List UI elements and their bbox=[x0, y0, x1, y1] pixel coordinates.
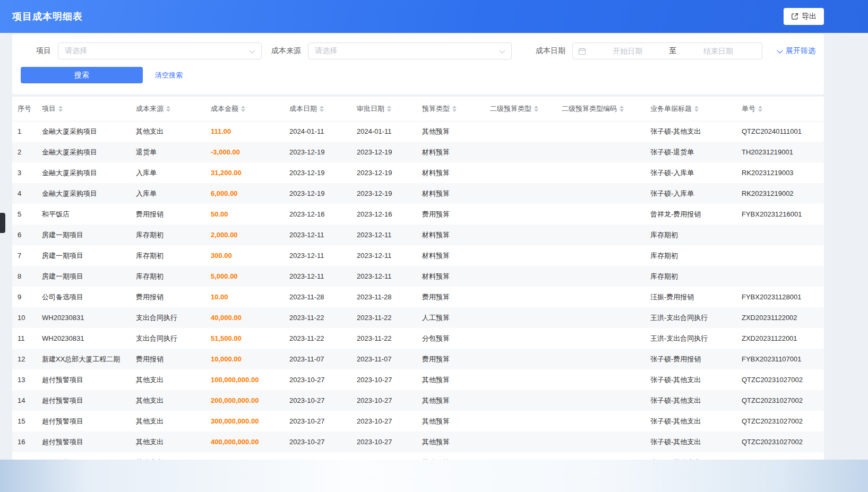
table-row[interactable]: 4金融大厦采购项目入库单6,000.002023-12-192023-12-19… bbox=[12, 183, 824, 204]
cell-source: 费用报销 bbox=[131, 204, 205, 225]
cell-amount: 31,200.00 bbox=[205, 162, 284, 183]
cell-sub_budget_type bbox=[485, 452, 556, 460]
table-row[interactable]: 12新建XX总部大厦工程二期费用报销10,000.002023-11-07202… bbox=[12, 349, 824, 369]
sort-icon[interactable] bbox=[694, 106, 699, 112]
cell-cost_date: 2023-12-16 bbox=[284, 204, 351, 225]
column-header-source[interactable]: 成本来源 bbox=[131, 97, 205, 121]
sort-icon[interactable] bbox=[320, 106, 324, 112]
sort-icon[interactable] bbox=[166, 106, 170, 112]
cost-table: 序号项目成本来源成本金额成本日期审批日期预算类型二级预算类型二级预算类型编码业务… bbox=[12, 97, 824, 460]
cell-doc_no: ZXD20231122001 bbox=[736, 328, 824, 349]
cell-amount: 300,000,000.00 bbox=[205, 411, 284, 431]
sort-icon[interactable] bbox=[387, 106, 391, 112]
column-header-project[interactable]: 项目 bbox=[37, 97, 131, 121]
table-row[interactable]: 11WH20230831支出合同执行51,500.002023-11-22202… bbox=[12, 328, 824, 349]
table-row[interactable]: 10WH20230831支出合同执行40,000.002023-11-22202… bbox=[12, 307, 824, 328]
cell-doc_title: 张子硕-入库单 bbox=[645, 183, 736, 204]
table-row[interactable]: 3金融大厦采购项目入库单31,200.002023-12-192023-12-1… bbox=[12, 162, 824, 183]
export-button-label: 导出 bbox=[802, 12, 817, 21]
cell-source: 费用报销 bbox=[131, 349, 205, 369]
cell-doc_title: 王洪-支出合同执行 bbox=[645, 328, 736, 349]
column-label: 单号 bbox=[742, 105, 755, 113]
sort-icon[interactable] bbox=[758, 106, 762, 112]
cell-approve_date: 2023-11-28 bbox=[351, 287, 417, 307]
cell-cost_date: 2023-12-19 bbox=[284, 142, 351, 162]
sort-icon[interactable] bbox=[620, 106, 624, 112]
cell-doc_no: QTZC20231027002 bbox=[736, 411, 824, 431]
main-content: 项目 请选择 成本来源 请选择 成本日期 bbox=[12, 34, 824, 460]
column-header-sub_budget_type[interactable]: 二级预算类型 bbox=[485, 97, 556, 121]
side-drawer-handle[interactable] bbox=[0, 213, 5, 233]
table-row[interactable]: 8房建一期项目库存期初5,000.002023-12-112023-12-11材… bbox=[12, 266, 824, 287]
end-date-input[interactable] bbox=[680, 47, 757, 55]
table-row[interactable]: 15超付预警项目其他支出300,000,000.002023-10-272023… bbox=[12, 411, 824, 431]
column-label: 二级预算类型编码 bbox=[562, 105, 617, 113]
cost-date-range-picker[interactable]: 至 bbox=[572, 42, 762, 59]
search-button[interactable]: 搜索 bbox=[21, 67, 143, 83]
clear-search-link[interactable]: 清空搜索 bbox=[155, 71, 183, 80]
sort-icon[interactable] bbox=[534, 106, 538, 112]
column-label: 审批日期 bbox=[357, 105, 384, 113]
table-row[interactable]: 14超付预警项目其他支出200,000,000.002023-10-272023… bbox=[12, 390, 824, 411]
cell-doc_title: 张子硕-其他支出 bbox=[645, 411, 736, 431]
cell-source: 其他支出 bbox=[131, 369, 205, 390]
column-label: 业务单据标题 bbox=[650, 105, 692, 113]
table-row[interactable]: 17超付预警项目其他支出500,000,000.002023-10-272023… bbox=[12, 452, 824, 460]
column-label: 成本日期 bbox=[289, 105, 317, 113]
column-header-cost_date[interactable]: 成本日期 bbox=[284, 97, 351, 121]
sort-icon[interactable] bbox=[452, 106, 457, 112]
column-header-doc_title[interactable]: 业务单据标题 bbox=[645, 97, 736, 121]
cell-cost_date: 2023-10-27 bbox=[284, 411, 351, 431]
cell-sub_budget_code bbox=[556, 307, 645, 328]
expand-filter-link[interactable]: 展开筛选 bbox=[778, 46, 815, 56]
cell-sub_budget_code bbox=[556, 411, 645, 431]
cell-source: 退货单 bbox=[131, 142, 205, 162]
table-row[interactable]: 5和平饭店费用报销50.002023-12-162023-12-16费用预算曾祥… bbox=[12, 204, 824, 225]
cell-doc_title: 曾祥龙-费用报销 bbox=[645, 204, 736, 225]
cell-source: 入库单 bbox=[131, 183, 205, 204]
table-row[interactable]: 2金融大厦采购项目退货单-3,000.002023-12-192023-12-1… bbox=[12, 142, 824, 162]
cell-doc_no: TH20231219001 bbox=[736, 142, 824, 162]
column-header-sub_budget_code[interactable]: 二级预算类型编码 bbox=[556, 97, 645, 121]
cell-project: 公司备选项目 bbox=[37, 287, 131, 307]
cost-source-select[interactable]: 请选择 bbox=[308, 42, 512, 59]
project-select[interactable]: 请选择 bbox=[58, 42, 262, 59]
cell-cost_date: 2023-11-28 bbox=[284, 287, 351, 307]
table-row[interactable]: 9公司备选项目费用报销10.002023-11-282023-11-28费用预算… bbox=[12, 287, 824, 307]
cell-doc_title: 张子硕-其他支出 bbox=[645, 390, 736, 411]
cell-approve_date: 2023-12-11 bbox=[351, 245, 417, 266]
cell-amount: 111.00 bbox=[205, 121, 284, 142]
cell-index: 15 bbox=[12, 411, 37, 431]
table-row[interactable]: 7房建一期项目库存期初300.002023-12-112023-12-11材料预… bbox=[12, 245, 824, 266]
column-header-index[interactable]: 序号 bbox=[12, 97, 37, 121]
column-header-amount[interactable]: 成本金额 bbox=[205, 97, 284, 121]
sort-icon[interactable] bbox=[241, 106, 245, 112]
cell-sub_budget_code bbox=[556, 162, 645, 183]
table-row[interactable]: 13超付预警项目其他支出100,000,000.002023-10-272023… bbox=[12, 369, 824, 390]
cell-cost_date: 2023-10-27 bbox=[284, 431, 351, 452]
sort-icon[interactable] bbox=[58, 106, 63, 112]
cell-sub_budget_type bbox=[485, 225, 556, 245]
cell-approve_date: 2023-10-27 bbox=[351, 411, 417, 431]
column-header-doc_no[interactable]: 单号 bbox=[736, 97, 824, 121]
start-date-input[interactable] bbox=[589, 47, 666, 55]
cell-sub_budget_type bbox=[485, 411, 556, 431]
column-header-approve_date[interactable]: 审批日期 bbox=[351, 97, 417, 121]
table-row[interactable]: 16超付预警项目其他支出400,000,000.002023-10-272023… bbox=[12, 431, 824, 452]
cell-cost_date: 2023-12-11 bbox=[284, 245, 351, 266]
cell-amount: 100,000,000.00 bbox=[205, 369, 284, 390]
table-row[interactable]: 1金融大厦采购项目其他支出111.002024-01-112024-01-11其… bbox=[12, 121, 824, 142]
column-label: 项目 bbox=[42, 105, 56, 113]
export-button[interactable]: 导出 bbox=[784, 8, 824, 25]
cell-index: 3 bbox=[12, 162, 37, 183]
cell-doc_no: QTZC20231027002 bbox=[736, 431, 824, 452]
cell-doc_title: 汪振-费用报销 bbox=[645, 287, 736, 307]
cell-doc_no bbox=[736, 266, 824, 287]
cell-index: 16 bbox=[12, 431, 37, 452]
cell-index: 4 bbox=[12, 183, 37, 204]
cell-doc_title: 张子硕-费用报销 bbox=[645, 349, 736, 369]
project-filter: 项目 请选择 bbox=[21, 42, 262, 59]
table-row[interactable]: 6房建一期项目库存期初2,000.002023-12-112023-12-11材… bbox=[12, 225, 824, 245]
column-header-budget_type[interactable]: 预算类型 bbox=[417, 97, 485, 121]
cell-sub_budget_type bbox=[485, 142, 556, 162]
